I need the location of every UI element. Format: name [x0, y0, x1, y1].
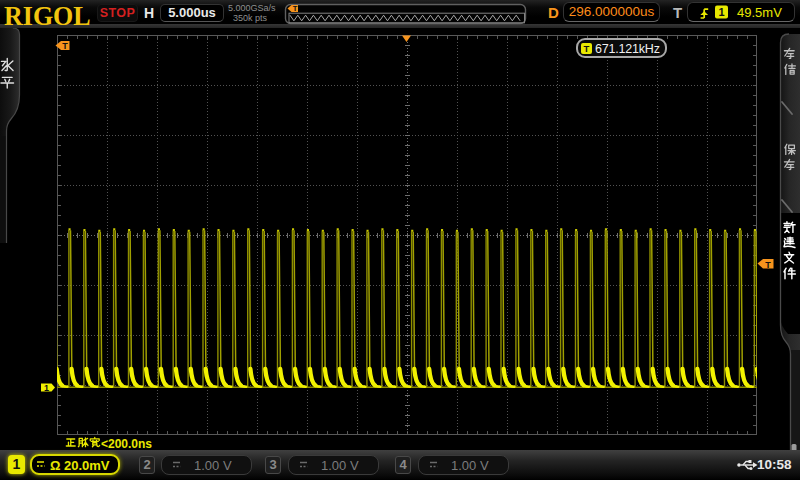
svg-text:<200.0ns: <200.0ns — [101, 437, 152, 451]
svg-text:1.00 V: 1.00 V — [321, 458, 359, 473]
svg-text:1: 1 — [718, 6, 724, 18]
svg-text:49.5mV: 49.5mV — [737, 5, 782, 20]
svg-text:T: T — [62, 41, 68, 51]
svg-text:T: T — [765, 260, 771, 270]
svg-text:20.0mV: 20.0mV — [64, 458, 110, 473]
svg-text:1.00 V: 1.00 V — [451, 458, 489, 473]
svg-text:Ω: Ω — [50, 458, 60, 473]
svg-text:T: T — [293, 4, 298, 13]
svg-text:1: 1 — [44, 383, 49, 393]
svg-text:1.00 V: 1.00 V — [194, 458, 232, 473]
